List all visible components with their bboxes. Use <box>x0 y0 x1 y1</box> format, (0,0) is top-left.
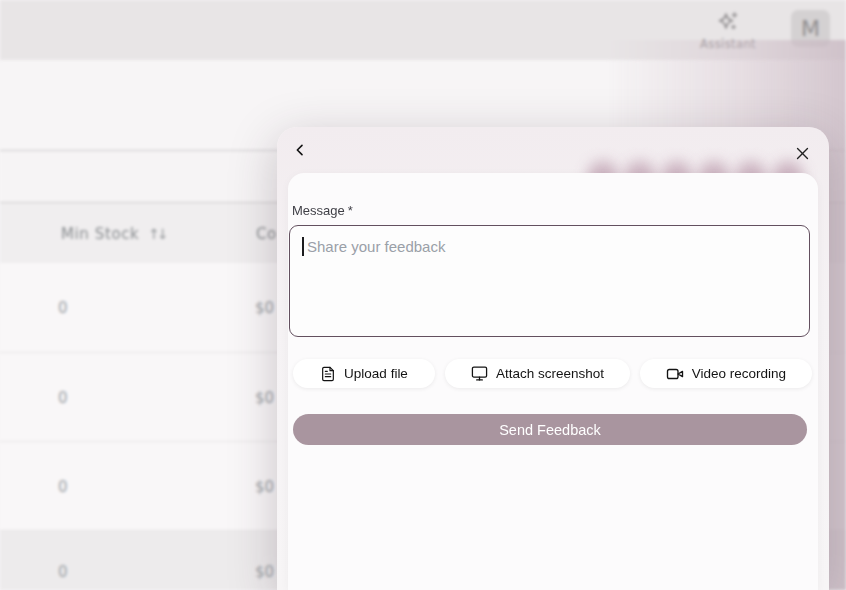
close-button[interactable] <box>789 141 815 165</box>
feedback-modal: Message* Share your feedback Upload file <box>277 127 829 590</box>
monitor-icon <box>471 365 488 382</box>
cost-cell: $0 <box>255 478 274 496</box>
cost-cell: $0 <box>255 389 274 407</box>
text-caret <box>302 237 304 256</box>
avatar-initial: M <box>801 16 820 41</box>
close-icon <box>794 145 811 162</box>
min-stock-cell: 0 <box>58 563 68 581</box>
upload-file-label: Upload file <box>344 366 408 381</box>
top-bar: Assistant M <box>0 0 846 60</box>
message-label: Message* <box>292 203 818 218</box>
assistant-label: Assistant <box>700 37 756 51</box>
sparkles-icon <box>716 10 740 34</box>
cost-cell: $0 <box>255 563 274 581</box>
video-recording-button[interactable]: Video recording <box>640 359 812 388</box>
message-textarea[interactable]: Share your feedback <box>289 225 810 337</box>
attachment-actions: Upload file Attach screenshot <box>293 359 812 388</box>
feedback-form-card: Message* Share your feedback Upload file <box>288 173 818 590</box>
message-placeholder: Share your feedback <box>304 238 445 255</box>
min-stock-cell: 0 <box>58 478 68 496</box>
column-header-min-stock[interactable]: Min Stock ↑↓ <box>61 225 166 243</box>
sort-icon[interactable]: ↑↓ <box>148 226 165 242</box>
video-camera-icon <box>666 365 684 383</box>
required-marker: * <box>348 203 353 218</box>
assistant-button[interactable]: Assistant <box>698 6 758 54</box>
user-avatar[interactable]: M <box>791 10 830 47</box>
min-stock-header-label: Min Stock <box>61 225 139 243</box>
app-window: Assistant M Min Stock ↑↓ Co 0 $0 0 $0 <box>0 0 846 590</box>
cost-cell: $0 <box>255 299 274 317</box>
column-header-cost[interactable]: Co <box>256 225 277 243</box>
upload-file-button[interactable]: Upload file <box>293 359 435 388</box>
file-text-icon <box>320 366 336 382</box>
send-feedback-button[interactable]: Send Feedback <box>293 414 807 445</box>
video-recording-label: Video recording <box>692 366 786 381</box>
attach-screenshot-button[interactable]: Attach screenshot <box>445 359 630 388</box>
message-label-text: Message <box>292 203 345 218</box>
back-button[interactable] <box>286 137 314 163</box>
min-stock-cell: 0 <box>58 299 68 317</box>
min-stock-cell: 0 <box>58 389 68 407</box>
chevron-left-icon <box>292 142 308 158</box>
attach-screenshot-label: Attach screenshot <box>496 366 604 381</box>
